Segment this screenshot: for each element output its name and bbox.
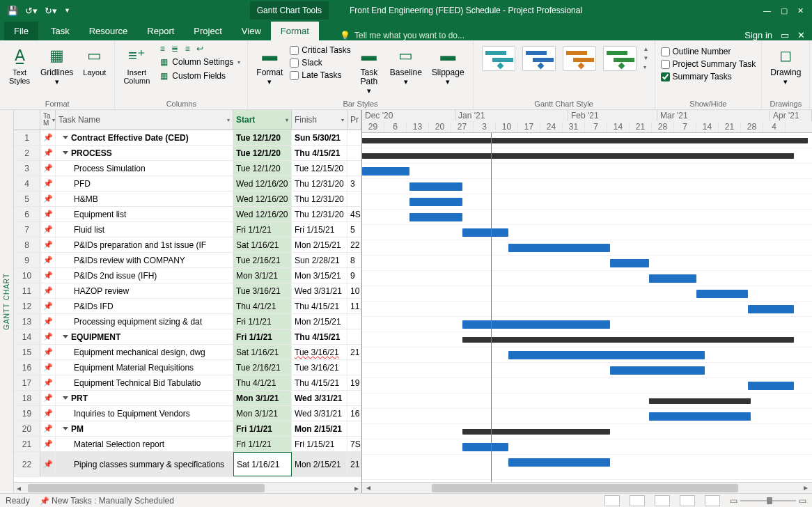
gantt-row[interactable]	[362, 164, 812, 179]
task-name-cell[interactable]: Inquiries to Equipment Vendors	[56, 406, 233, 421]
table-row[interactable]: 3 📌 Process Simulation Tue 12/1/20 Tue 1…	[14, 161, 361, 176]
view-task-usage-icon[interactable]	[630, 495, 645, 506]
save-icon[interactable]: 💾	[7, 6, 18, 16]
col-predecessor[interactable]: Pr	[348, 110, 361, 130]
row-number[interactable]: 12	[14, 299, 40, 313]
gantt-row[interactable]	[362, 424, 812, 439]
slack-checkbox[interactable]: Slack	[290, 57, 350, 68]
row-number[interactable]: 8	[14, 237, 40, 252]
view-resource-sheet-icon[interactable]	[680, 495, 695, 506]
gallery-more-icon[interactable]: ▾	[643, 64, 649, 70]
gantt-row[interactable]	[362, 455, 812, 480]
view-team-planner-icon[interactable]	[655, 495, 670, 506]
task-bar[interactable]	[409, 213, 462, 221]
task-mode-icon[interactable]: 📌	[40, 222, 56, 237]
table-row[interactable]: 21 📌 Material Selection report Fri 1/1/2…	[14, 437, 361, 452]
task-name-cell[interactable]: Equipment list	[56, 207, 233, 221]
predecessor-cell[interactable]: 4S	[348, 207, 361, 221]
gantt-row[interactable]	[362, 240, 812, 256]
gantt-row[interactable]	[362, 225, 812, 240]
predecessor-cell[interactable]: 5	[348, 222, 361, 237]
outline-number-checkbox[interactable]: Outline Number	[661, 46, 756, 57]
finish-cell[interactable]: Sun 2/28/21	[292, 253, 348, 267]
finish-cell[interactable]: Wed 3/31/21	[292, 391, 348, 405]
undo-icon[interactable]: ↺▾	[25, 6, 38, 16]
task-name-cell[interactable]: Process Simulation	[56, 161, 233, 176]
start-cell[interactable]: Tue 12/1/20	[233, 161, 292, 176]
start-cell[interactable]: Wed 12/16/20	[233, 192, 292, 206]
tab-resource[interactable]: Resource	[79, 22, 138, 40]
summary-tasks-checkbox[interactable]: Summary Tasks	[661, 71, 756, 82]
task-bar[interactable]	[696, 290, 748, 298]
start-cell[interactable]: Tue 12/1/20	[233, 146, 292, 160]
table-row[interactable]: 10 📌 P&IDs 2nd issue (IFH) Mon 3/1/21 Mo…	[14, 268, 361, 283]
task-mode-icon[interactable]: 📌	[40, 314, 56, 329]
start-cell[interactable]: Fri 1/1/21	[233, 421, 292, 436]
task-name-cell[interactable]: Processing equipment sizing & dat	[56, 314, 233, 329]
predecessor-cell[interactable]	[348, 421, 361, 436]
wrap-text-icon[interactable]: ↩	[194, 43, 205, 54]
task-bar[interactable]	[610, 259, 649, 267]
task-bar[interactable]	[508, 244, 610, 252]
align-left-icon[interactable]: ≡	[157, 43, 168, 54]
task-mode-icon[interactable]: 📌	[40, 253, 56, 267]
table-row[interactable]: 12 📌 P&IDs IFD Thu 4/1/21 Thu 4/15/21 11	[14, 299, 361, 314]
task-mode-icon[interactable]: 📌	[40, 360, 56, 375]
predecessor-cell[interactable]: 9	[348, 268, 361, 283]
finish-cell[interactable]: Wed 3/31/21	[292, 283, 348, 298]
view-gantt-icon[interactable]	[604, 495, 620, 506]
ribbon-display-icon[interactable]: ▭	[781, 30, 789, 40]
table-row[interactable]: 5 📌 H&MB Wed 12/16/20 Thu 12/31/20	[14, 192, 361, 207]
finish-cell[interactable]: Thu 4/15/21	[292, 375, 348, 390]
row-number[interactable]: 18	[14, 391, 40, 405]
sheet-horizontal-scrollbar[interactable]: ◂ ▸	[14, 482, 361, 493]
table-row[interactable]: 16 📌 Equipment Material Requisitions Tue…	[14, 360, 361, 375]
finish-cell[interactable]: Thu 12/31/20	[292, 192, 348, 206]
task-mode-icon[interactable]: 📌	[40, 345, 56, 359]
format-button[interactable]: ▬ Format▾	[253, 43, 286, 87]
task-mode-icon[interactable]: 📌	[40, 192, 56, 206]
row-number[interactable]: 17	[14, 375, 40, 390]
start-cell[interactable]: Fri 1/1/21	[233, 329, 292, 344]
gantt-style-gallery[interactable]	[479, 43, 639, 74]
task-mode-icon[interactable]: 📌	[40, 299, 56, 313]
gantt-row[interactable]	[362, 148, 812, 164]
summary-bar[interactable]	[649, 398, 751, 404]
zoom-out-icon[interactable]: ▭	[730, 496, 737, 506]
gantt-row[interactable]	[362, 194, 812, 210]
col-mode[interactable]: Ta M▾	[40, 110, 56, 130]
row-number[interactable]: 4	[14, 176, 40, 191]
baseline-button[interactable]: ▭ Baseline▾	[387, 43, 425, 87]
start-cell[interactable]: Thu 4/1/21	[233, 375, 292, 390]
predecessor-cell[interactable]	[348, 314, 361, 329]
critical-tasks-checkbox[interactable]: Critical Tasks	[290, 45, 350, 56]
task-bar[interactable]	[462, 228, 508, 237]
slippage-button[interactable]: ▬ Slippage▾	[429, 43, 467, 87]
qat-more-icon[interactable]: ▼	[64, 7, 70, 14]
predecessor-cell[interactable]: 3	[348, 176, 361, 191]
gantt-style-option[interactable]	[563, 46, 596, 71]
sign-in-link[interactable]: Sign in	[744, 30, 772, 40]
table-row[interactable]: 15 📌 Equipment mechanical design, dwg Sa…	[14, 345, 361, 360]
gantt-row[interactable]	[362, 409, 812, 424]
summary-bar[interactable]	[462, 337, 794, 343]
finish-cell[interactable]: Mon 2/15/21	[292, 452, 348, 476]
table-row[interactable]: 4 📌 PFD Wed 12/16/20 Thu 12/31/20 3	[14, 176, 361, 192]
finish-cell[interactable]: Sun 5/30/21	[292, 130, 348, 145]
col-start[interactable]: Start▾	[233, 110, 292, 130]
task-mode-icon[interactable]: 📌	[40, 237, 56, 252]
task-bar[interactable]	[610, 366, 705, 375]
task-mode-icon[interactable]: 📌	[40, 421, 56, 436]
table-row[interactable]: 8 📌 P&IDs preparation and 1st issue (IF …	[14, 237, 361, 253]
layout-button[interactable]: ▭ Layout	[80, 43, 109, 78]
task-name-cell[interactable]: PM	[56, 421, 233, 436]
finish-cell[interactable]: Mon 2/15/21	[292, 421, 348, 436]
task-name-cell[interactable]: H&MB	[56, 192, 233, 206]
gantt-row[interactable]	[362, 378, 812, 393]
start-cell[interactable]: Sat 1/16/21	[233, 452, 292, 476]
row-number[interactable]: 11	[14, 283, 40, 298]
task-bar[interactable]	[748, 382, 794, 390]
summary-bar[interactable]	[462, 429, 610, 435]
table-row[interactable]: 17 📌 Equipment Technical Bid Tabulatio T…	[14, 375, 361, 391]
task-name-cell[interactable]: PFD	[56, 176, 233, 191]
